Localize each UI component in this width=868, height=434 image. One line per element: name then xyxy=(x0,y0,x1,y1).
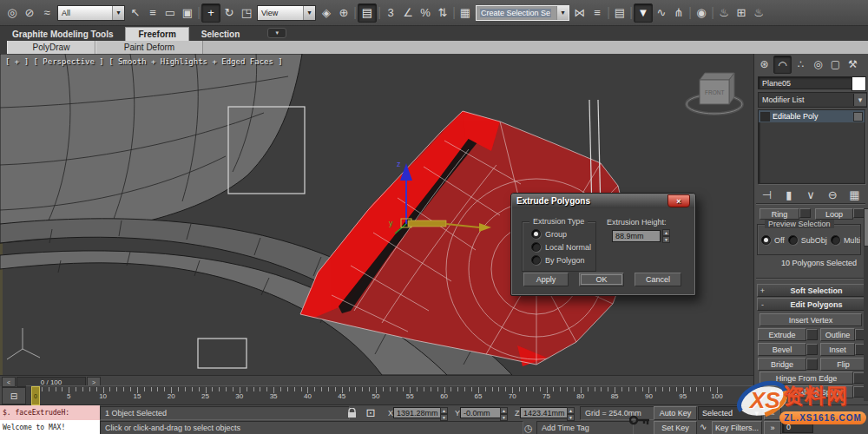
radio-group[interactable] xyxy=(531,229,541,239)
angle-snap-icon[interactable]: ∠ xyxy=(399,4,417,22)
ring-button[interactable]: Ring xyxy=(760,208,799,220)
go-to-start-button[interactable]: « xyxy=(764,406,781,420)
extrude-settings-button[interactable] xyxy=(806,329,818,340)
z-spinner[interactable]: ▲▼ xyxy=(567,407,575,421)
go-to-end-button[interactable]: » xyxy=(764,421,781,434)
align-icon[interactable]: ≡ xyxy=(589,4,606,22)
stack-pin-icon[interactable] xyxy=(853,112,863,122)
curve-editor-icon[interactable]: ∿ xyxy=(653,4,670,22)
rollout-soft-selection[interactable]: + Soft Selection xyxy=(757,284,866,297)
insert-vertex-button[interactable]: Insert Vertex xyxy=(760,313,862,326)
selection-lock-icon[interactable] xyxy=(344,406,359,419)
radio-preview-subobj[interactable] xyxy=(788,235,798,245)
modifier-list-dropdown[interactable]: Modifier List ▾ xyxy=(758,92,867,108)
rollout-edit-polygons[interactable]: - Edit Polygons xyxy=(757,298,866,311)
panel-scrollbar[interactable] xyxy=(864,208,868,401)
apply-button[interactable]: Apply xyxy=(523,273,569,286)
render-production-icon[interactable]: ♨ xyxy=(750,4,767,22)
make-unique-icon[interactable]: ∨ xyxy=(802,186,819,203)
outline-button[interactable]: Outline xyxy=(820,328,855,341)
mirror-icon[interactable]: ⋈ xyxy=(571,4,589,22)
spinner-down-icon[interactable]: ▼ xyxy=(662,236,670,243)
unlink-selection-icon[interactable]: ⊘ xyxy=(21,4,38,22)
object-name-field[interactable]: Plane05 xyxy=(758,76,855,89)
tab-paint-deform[interactable]: Paint Deform xyxy=(95,41,203,54)
use-pivot-point-center-icon[interactable]: ◈ xyxy=(318,4,335,22)
tab-freeform[interactable]: Freeform xyxy=(125,27,188,41)
window-crossing-icon[interactable]: ▣ xyxy=(179,4,196,22)
ring-spinner[interactable] xyxy=(799,208,811,218)
key-mode-dropdown[interactable]: Selected ▾ xyxy=(698,406,762,420)
bind-to-space-warp-icon[interactable]: ≈ xyxy=(38,4,56,22)
bevel-button[interactable]: Bevel xyxy=(758,343,806,356)
set-key-button[interactable]: Set Key xyxy=(654,421,697,434)
show-end-result-icon[interactable]: ▮ xyxy=(780,186,798,203)
time-slider[interactable]: 0 xyxy=(31,386,40,405)
hierarchy-tab-icon[interactable]: ∴ xyxy=(792,56,809,72)
new-key-curve-icon[interactable]: ∿ xyxy=(700,422,707,431)
schematic-view-icon[interactable]: ⋔ xyxy=(670,4,687,22)
reference-coordinate-dropdown[interactable]: View ▾ xyxy=(257,5,316,21)
stack-item-editable-poly[interactable]: Editable Poly xyxy=(759,110,865,122)
x-coord-field[interactable]: 1391.28mm xyxy=(393,407,445,418)
graphite-ribbon-toggle-icon[interactable]: ▼ xyxy=(634,3,653,23)
utilities-tab-icon[interactable]: ⚒ xyxy=(845,56,861,72)
current-frame-field[interactable]: 0 xyxy=(782,421,813,433)
maxscript-listener-line2[interactable]: Welcome to MAX! xyxy=(0,420,100,434)
timeline-ruler[interactable]: 5101520253035404550556065707580859095100 xyxy=(26,385,753,406)
key-filters-button[interactable]: Key Filters... xyxy=(712,421,762,434)
loop-button[interactable]: Loop xyxy=(815,208,853,220)
extrusion-height-field[interactable]: 88.9mm xyxy=(612,230,661,242)
bevel-settings-button[interactable] xyxy=(806,344,818,355)
material-editor-icon[interactable]: ◉ xyxy=(693,4,710,22)
extrusion-height-spinner[interactable]: ▲ ▼ xyxy=(662,229,670,243)
ribbon-minimize-button[interactable]: ▾ xyxy=(267,28,286,38)
viewport-label[interactable]: [ + ] [ Perspective ] [ Smooth + Highlig… xyxy=(5,57,283,66)
select-and-move-icon[interactable]: + xyxy=(201,3,220,23)
radio-preview-off[interactable] xyxy=(761,235,771,245)
percent-snap-icon[interactable]: % xyxy=(417,4,434,22)
keyboard-shortcut-override-icon[interactable]: ▤ xyxy=(358,3,377,23)
set-keys-key-icon[interactable] xyxy=(628,407,651,433)
radio-by-polygon[interactable] xyxy=(531,255,541,265)
named-selection-set-dropdown[interactable]: Create Selection Se ▾ xyxy=(476,5,569,21)
close-icon[interactable]: × xyxy=(667,194,690,207)
bridge-button[interactable]: Bridge xyxy=(758,358,806,371)
motion-tab-icon[interactable]: ◎ xyxy=(810,56,826,72)
display-tab-icon[interactable]: ▢ xyxy=(827,56,844,72)
modify-tab-icon[interactable]: ◠ xyxy=(773,56,792,74)
inset-button[interactable]: Inset xyxy=(820,343,855,356)
extrude-button[interactable]: Extrude xyxy=(758,328,806,341)
select-and-rotate-icon[interactable]: ↻ xyxy=(220,4,238,22)
hinge-from-edge-button[interactable]: Hinge From Edge xyxy=(760,372,853,385)
create-tab-icon[interactable]: ⊛ xyxy=(756,56,773,72)
select-by-name-icon[interactable]: ≡ xyxy=(144,4,161,22)
layer-manager-icon[interactable]: ▤ xyxy=(611,4,628,22)
open-mini-curve-editor-icon[interactable]: ⊟ xyxy=(2,387,26,404)
flip-button[interactable]: Flip xyxy=(820,358,866,371)
absolute-mode-icon[interactable]: ⊡ xyxy=(363,406,378,419)
trackbar-prev-button[interactable]: < xyxy=(2,377,16,387)
z-coord-field[interactable]: 1423.41mm xyxy=(520,407,572,418)
render-setup-icon[interactable]: ♨ xyxy=(715,4,733,22)
add-time-tag-button[interactable]: Add Time Tag xyxy=(536,421,634,434)
cancel-button[interactable]: Cancel xyxy=(635,273,681,286)
radio-local-normal[interactable] xyxy=(531,242,541,252)
x-spinner[interactable]: ▲▼ xyxy=(440,407,448,421)
remove-modifier-icon[interactable]: ⊖ xyxy=(824,186,841,203)
rectangular-selection-region-icon[interactable]: ▭ xyxy=(161,4,179,22)
spinner-up-icon[interactable]: ▲ xyxy=(662,229,670,236)
snaps-toggle-3d-icon[interactable]: 3 xyxy=(382,4,399,22)
ok-button[interactable]: OK xyxy=(579,273,624,286)
y-coord-field[interactable]: -0.0mm xyxy=(460,407,505,418)
select-and-manipulate-icon[interactable]: ⊕ xyxy=(335,4,352,22)
selection-filter-dropdown[interactable]: All ▾ xyxy=(57,5,125,21)
select-and-scale-icon[interactable]: ◳ xyxy=(238,4,255,22)
object-color-swatch[interactable] xyxy=(852,76,866,91)
dialog-titlebar[interactable]: Extrude Polygons × xyxy=(511,194,695,208)
select-object-icon[interactable]: ↖ xyxy=(127,4,144,22)
tab-graphite-modeling-tools[interactable]: Graphite Modeling Tools xyxy=(0,28,125,41)
extrude-along-spline-button[interactable]: Extrude Along Spline xyxy=(760,385,853,398)
tab-polydraw[interactable]: PolyDraw xyxy=(7,41,95,54)
y-spinner[interactable]: ▲▼ xyxy=(500,407,508,421)
